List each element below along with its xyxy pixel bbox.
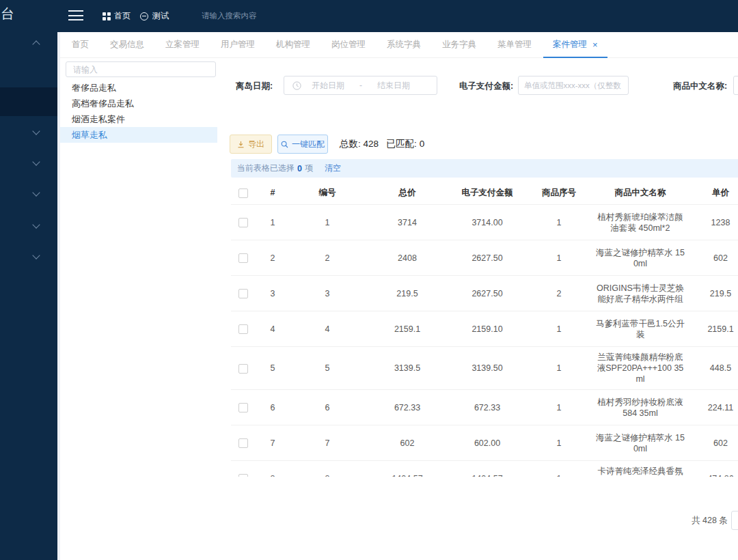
chevron-down-icon[interactable] [32,158,40,165]
data-table: #编号总价电子支付金额商品序号商品中文名称单价1137143714.001植村秀… [231,181,738,477]
table-row-7: 77602602.001海蓝之谜修护精萃水 150ml602 [231,425,738,461]
tab-2[interactable]: 立案管理 [165,39,200,51]
tab-8[interactable]: 菜单管理 [497,39,532,51]
table-row-2: 2224082627.501海蓝之谜修护精萃水 150ml602 [231,240,738,276]
topbar-home[interactable]: 首页 [102,0,131,32]
page-size-select[interactable] [731,511,738,530]
download-icon [237,141,245,148]
brand-logo: 台 [1,5,14,23]
name-filter-label: 商品中文名称: [673,81,727,92]
category-search-input[interactable] [66,61,216,77]
date-end-placeholder: 结束日期 [377,80,410,92]
amount-filter-label: 电子支付金额: [459,81,513,92]
category-list: 奢侈品走私高档奢侈品走私烟酒走私案件烟草走私 [60,80,217,143]
selection-info-bar: 当前表格已选择 0 项 清空 [231,159,738,178]
amount-input[interactable] [518,76,629,95]
pagination-total: 共 428 条 [692,515,728,527]
row-checkbox[interactable] [238,438,248,448]
table-row-8: 881424.571424.571卡诗菁纯亮泽经典香氛474.86 [231,461,738,477]
global-search-input[interactable]: 请输入搜索内容 [202,0,257,32]
clock-icon [292,81,301,90]
grid-icon [102,12,110,20]
tab-0[interactable]: 首页 [72,39,89,51]
chevron-down-icon[interactable] [32,251,40,259]
column-header: # [256,182,290,203]
row-checkbox[interactable] [238,364,248,374]
topbar-test[interactable]: 测试 [140,0,169,32]
date-start-placeholder: 开始日期 [312,80,344,92]
chevron-down-icon[interactable] [32,221,40,228]
tab-active[interactable]: 案件管理× [553,32,598,58]
column-header: 商品中文名称 [593,182,687,203]
tabbar: 首页交易信息立案管理用户管理机构管理岗位管理系统字典业务字典菜单管理案件管理× [60,32,738,58]
column-header: 商品序号 [525,182,593,203]
category-item-2[interactable]: 烟酒走私案件 [60,111,217,127]
table-row-6: 66672.33672.331植村秀羽纱持妆粉底液 584 35ml224.11 [231,390,738,425]
chevron-down-icon[interactable] [32,188,40,196]
search-icon [281,141,288,148]
tab-6[interactable]: 系统字典 [387,39,421,51]
row-checkbox[interactable] [238,324,248,334]
match-button[interactable]: 一键匹配 [277,135,328,154]
row-checkbox[interactable] [238,474,248,477]
tab-7[interactable]: 业务字典 [442,39,476,51]
chevron-up-icon[interactable] [32,40,40,48]
minus-circle-icon [140,12,148,20]
chevron-down-icon[interactable] [32,127,40,135]
export-button[interactable]: 导出 [230,135,272,154]
row-checkbox[interactable] [238,403,248,412]
table-row-4: 442159.12159.101马爹利蓝带干邑1.5公升装2159.1 [231,311,738,347]
date-separator: - [359,81,362,90]
category-item-1[interactable]: 高档奢侈品走私 [60,96,217,111]
tab-close-icon[interactable]: × [592,40,598,50]
select-all-checkbox[interactable] [238,188,248,198]
table-stats: 总数: 428 已匹配: 0 [340,138,424,150]
tab-1[interactable]: 交易信息 [110,39,144,51]
column-header: 总价 [365,182,450,203]
row-checkbox[interactable] [238,289,248,298]
tab-4[interactable]: 机构管理 [276,39,310,51]
table-row-1: 1137143714.001植村秀新琥珀缘萃洁颜油套装 450ml*21238 [231,205,738,240]
product-name-input[interactable] [733,76,738,95]
row-checkbox[interactable] [238,253,248,263]
menu-toggle-icon[interactable] [68,10,83,21]
category-item-0[interactable]: 奢侈品走私 [60,80,217,96]
tab-3[interactable]: 用户管理 [221,39,255,51]
column-header: 电子支付金额 [450,182,525,203]
table-row-5: 553139.53139.501兰蔻菁纯臻颜精华粉底液SPF20PA+++100… [231,347,738,390]
row-checkbox[interactable] [238,218,248,227]
tab-5[interactable]: 岗位管理 [331,39,366,51]
sidebar-item-selected[interactable] [0,87,57,116]
topbar: 台 首页 测试 请输入搜索内容 [0,0,738,32]
category-item-3[interactable]: 烟草走私 [60,127,217,143]
table-row-3: 33219.52627.502ORIGINS韦博士灵芝焕能好底子精华水两件组21… [231,276,738,311]
date-range-picker[interactable]: 开始日期 - 结束日期 [284,76,437,95]
column-header: 单价 [687,182,738,203]
sidebar [0,32,57,560]
column-header: 编号 [290,182,365,203]
clear-selection-link[interactable]: 清空 [325,163,341,174]
date-filter-label: 离岛日期: [236,81,273,92]
table-header-row: #编号总价电子支付金额商品序号商品中文名称单价 [231,181,738,205]
